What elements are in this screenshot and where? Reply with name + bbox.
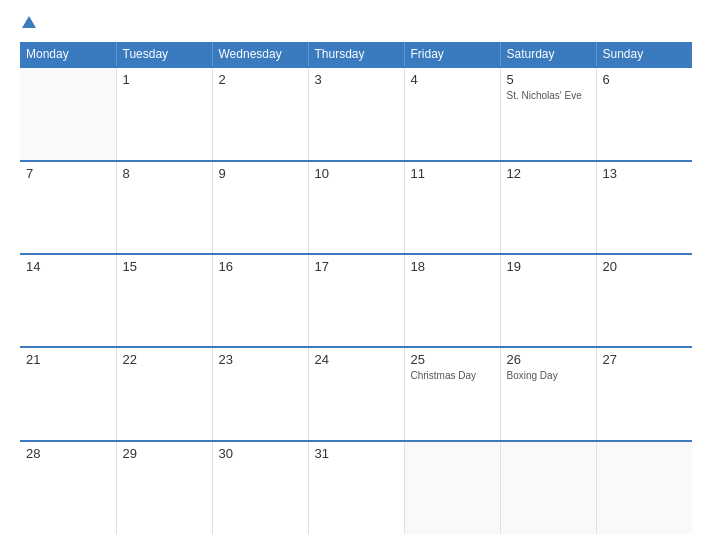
calendar-cell: 31 (308, 441, 404, 534)
day-number: 22 (123, 352, 206, 367)
day-number: 28 (26, 446, 110, 461)
calendar-table: MondayTuesdayWednesdayThursdayFridaySatu… (20, 42, 692, 534)
calendar-cell: 24 (308, 347, 404, 440)
header (20, 16, 692, 32)
calendar-cell: 13 (596, 161, 692, 254)
day-number: 16 (219, 259, 302, 274)
calendar-cell: 3 (308, 67, 404, 160)
day-number: 1 (123, 72, 206, 87)
calendar-cell: 21 (20, 347, 116, 440)
calendar-week-5: 28293031 (20, 441, 692, 534)
calendar-cell: 8 (116, 161, 212, 254)
day-number: 23 (219, 352, 302, 367)
day-number: 10 (315, 166, 398, 181)
calendar-cell: 20 (596, 254, 692, 347)
logo-triangle-icon (22, 16, 36, 28)
calendar-cell: 23 (212, 347, 308, 440)
day-number: 17 (315, 259, 398, 274)
calendar-cell: 26Boxing Day (500, 347, 596, 440)
day-header-sunday: Sunday (596, 42, 692, 67)
calendar-cell: 28 (20, 441, 116, 534)
calendar-cell: 4 (404, 67, 500, 160)
day-number: 18 (411, 259, 494, 274)
calendar-cell (596, 441, 692, 534)
calendar-cell: 22 (116, 347, 212, 440)
day-number: 29 (123, 446, 206, 461)
calendar-week-3: 14151617181920 (20, 254, 692, 347)
day-number: 13 (603, 166, 687, 181)
calendar-cell (20, 67, 116, 160)
calendar-cell: 14 (20, 254, 116, 347)
calendar-cell: 9 (212, 161, 308, 254)
day-number: 25 (411, 352, 494, 367)
day-number: 24 (315, 352, 398, 367)
calendar-cell: 1 (116, 67, 212, 160)
holiday-label: St. Nicholas' Eve (507, 89, 590, 102)
page: MondayTuesdayWednesdayThursdayFridaySatu… (0, 0, 712, 550)
calendar-cell: 11 (404, 161, 500, 254)
day-number: 2 (219, 72, 302, 87)
day-number: 5 (507, 72, 590, 87)
calendar-cell: 19 (500, 254, 596, 347)
calendar-cell (500, 441, 596, 534)
day-header-friday: Friday (404, 42, 500, 67)
calendar-cell: 7 (20, 161, 116, 254)
calendar-cell: 15 (116, 254, 212, 347)
day-number: 3 (315, 72, 398, 87)
holiday-label: Boxing Day (507, 369, 590, 382)
calendar-week-2: 78910111213 (20, 161, 692, 254)
calendar-cell: 18 (404, 254, 500, 347)
day-number: 30 (219, 446, 302, 461)
day-number: 14 (26, 259, 110, 274)
calendar-week-1: 12345St. Nicholas' Eve6 (20, 67, 692, 160)
day-header-row: MondayTuesdayWednesdayThursdayFridaySatu… (20, 42, 692, 67)
day-number: 21 (26, 352, 110, 367)
calendar-cell: 12 (500, 161, 596, 254)
day-header-tuesday: Tuesday (116, 42, 212, 67)
day-number: 7 (26, 166, 110, 181)
day-header-thursday: Thursday (308, 42, 404, 67)
day-number: 19 (507, 259, 590, 274)
calendar-cell: 25Christmas Day (404, 347, 500, 440)
day-number: 26 (507, 352, 590, 367)
day-number: 12 (507, 166, 590, 181)
day-header-saturday: Saturday (500, 42, 596, 67)
calendar-cell: 16 (212, 254, 308, 347)
calendar-cell: 2 (212, 67, 308, 160)
day-number: 15 (123, 259, 206, 274)
day-number: 27 (603, 352, 687, 367)
calendar-cell (404, 441, 500, 534)
logo (20, 16, 36, 32)
day-number: 4 (411, 72, 494, 87)
day-header-wednesday: Wednesday (212, 42, 308, 67)
day-number: 31 (315, 446, 398, 461)
day-number: 6 (603, 72, 687, 87)
day-number: 9 (219, 166, 302, 181)
day-number: 11 (411, 166, 494, 181)
calendar-cell: 17 (308, 254, 404, 347)
day-number: 20 (603, 259, 687, 274)
calendar-week-4: 2122232425Christmas Day26Boxing Day27 (20, 347, 692, 440)
day-header-monday: Monday (20, 42, 116, 67)
calendar-cell: 30 (212, 441, 308, 534)
calendar-cell: 5St. Nicholas' Eve (500, 67, 596, 160)
calendar-cell: 6 (596, 67, 692, 160)
logo-general-text (20, 16, 36, 32)
holiday-label: Christmas Day (411, 369, 494, 382)
calendar-cell: 10 (308, 161, 404, 254)
calendar-cell: 27 (596, 347, 692, 440)
calendar-cell: 29 (116, 441, 212, 534)
day-number: 8 (123, 166, 206, 181)
